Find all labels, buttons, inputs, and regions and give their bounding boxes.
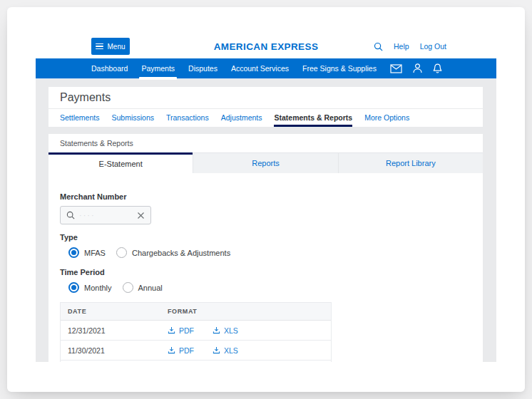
pdf-download-link[interactable]: PDF <box>168 326 194 335</box>
type-label: Type <box>60 233 471 242</box>
app-body: Payments Settlements Submissions Transac… <box>36 79 496 362</box>
download-icon <box>168 326 175 334</box>
tab-report-library[interactable]: Report Library <box>338 152 483 173</box>
format-cell: PDF XLS <box>160 326 238 335</box>
format-label: XLS <box>224 326 238 335</box>
subtab-adjustments[interactable]: Adjustments <box>221 109 262 127</box>
tab-e-statement[interactable]: E-Statement <box>48 152 193 173</box>
subtab-submissions[interactable]: Submissions <box>111 109 154 127</box>
table-row: 11/30/2021 PDF <box>61 341 331 361</box>
menu-button-label: Menu <box>107 43 125 51</box>
radio-control <box>68 282 79 293</box>
section-label: Statements & Reports <box>48 134 483 152</box>
format-label: PDF <box>179 346 194 355</box>
format-label: XLS <box>224 346 238 355</box>
menu-button[interactable]: Menu <box>91 38 130 55</box>
tab-reports[interactable]: Reports <box>193 152 337 173</box>
statements-table: DATE FORMAT 12/31/2021 <box>60 302 332 362</box>
browser-window: Menu AMERICAN EXPRESS Help Log Out Dashb… <box>7 7 525 392</box>
bell-icon[interactable] <box>433 63 442 73</box>
subtab-more-options[interactable]: More Options <box>364 109 409 127</box>
nav-icons <box>390 63 442 73</box>
format-label: PDF <box>179 326 194 335</box>
merchant-number-search-field[interactable] <box>60 206 151 224</box>
date-cell: 11/30/2021 <box>61 346 160 355</box>
time-period-label: Time Period <box>60 268 471 276</box>
amex-merchant-app: Menu AMERICAN EXPRESS Help Log Out Dashb… <box>36 34 496 362</box>
page-header-card: Payments Settlements Submissions Transac… <box>48 87 483 127</box>
column-header-format: FORMAT <box>160 308 197 315</box>
radio-label: MFAS <box>84 249 106 257</box>
radio-chargebacks-adjustments[interactable]: Chargebacks & Adjustments <box>116 247 230 258</box>
search-icon[interactable] <box>374 42 383 51</box>
type-radio-group: MFAS Chargebacks & Adjustments <box>60 247 471 258</box>
radio-annual[interactable]: Annual <box>123 282 163 293</box>
radio-control <box>123 282 133 293</box>
download-icon <box>213 326 220 334</box>
radio-label: Monthly <box>84 284 112 292</box>
statements-reports-card: Statements & Reports E-Statement Reports… <box>48 134 483 362</box>
pdf-download-link[interactable]: PDF <box>168 346 194 355</box>
radio-label: Annual <box>138 284 163 292</box>
user-icon[interactable] <box>413 63 422 73</box>
nav-item-free-signs-supplies[interactable]: Free Signs & Supplies <box>302 58 377 78</box>
date-cell: 12/31/2021 <box>61 326 160 335</box>
xls-download-link[interactable]: XLS <box>213 326 238 335</box>
download-icon <box>168 346 175 354</box>
merchant-number-input[interactable] <box>75 211 137 219</box>
subtab-transactions[interactable]: Transactions <box>166 109 209 127</box>
nav-item-account-services[interactable]: Account Services <box>231 58 289 78</box>
xls-download-link[interactable]: XLS <box>213 346 238 355</box>
main-nav: Dashboard Payments Disputes Account Serv… <box>36 58 496 79</box>
format-cell: PDF XLS <box>160 346 238 355</box>
download-icon <box>213 346 220 354</box>
radio-label: Chargebacks & Adjustments <box>132 249 230 257</box>
radio-control <box>68 247 79 258</box>
amex-logo: AMERICAN EXPRESS <box>214 41 319 52</box>
nav-item-payments[interactable]: Payments <box>141 58 175 78</box>
nav-item-disputes[interactable]: Disputes <box>188 58 218 78</box>
help-link[interactable]: Help <box>394 42 409 51</box>
time-period-radio-group: Monthly Annual <box>60 282 471 293</box>
table-header: DATE FORMAT <box>61 303 331 321</box>
subtab-settlements[interactable]: Settlements <box>60 109 99 127</box>
radio-monthly[interactable]: Monthly <box>68 282 112 293</box>
tabbar: E-Statement Reports Report Library <box>48 152 483 173</box>
table-row-partially-visible <box>61 361 331 362</box>
e-statement-pane: Merchant Number Type <box>48 192 483 362</box>
page-title: Payments <box>48 87 483 108</box>
payments-subtabs: Settlements Submissions Transactions Adj… <box>48 109 483 127</box>
hamburger-icon <box>96 43 103 50</box>
logout-link[interactable]: Log Out <box>420 42 446 51</box>
column-header-date: DATE <box>61 308 160 315</box>
table-row: 12/31/2021 PDF <box>61 321 331 341</box>
header-actions: Help Log Out <box>374 42 446 51</box>
nav-item-dashboard[interactable]: Dashboard <box>91 58 128 78</box>
merchant-number-label: Merchant Number <box>60 192 471 201</box>
radio-control <box>116 247 127 258</box>
radio-mfas[interactable]: MFAS <box>68 247 106 258</box>
top-header: Menu AMERICAN EXPRESS Help Log Out <box>36 34 496 58</box>
subtab-statements-reports[interactable]: Statements & Reports <box>274 109 352 127</box>
mail-icon[interactable] <box>390 64 402 73</box>
search-icon <box>66 211 75 219</box>
clear-icon[interactable] <box>137 212 145 219</box>
